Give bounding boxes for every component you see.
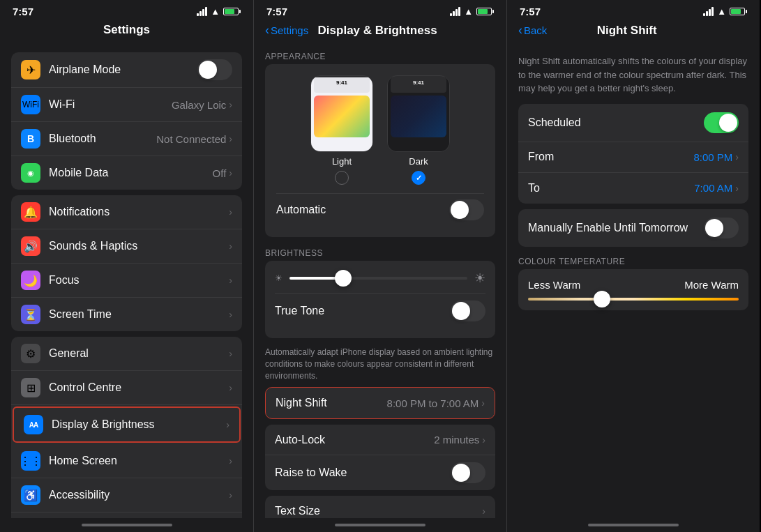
to-label: To	[528, 182, 694, 195]
raise-to-wake-toggle[interactable]	[451, 462, 485, 483]
auto-lock-row[interactable]: Auto-Lock 2 minutes ›	[265, 425, 495, 455]
colour-temp-track[interactable]	[528, 298, 739, 301]
true-tone-row[interactable]: True Tone	[275, 293, 485, 328]
control-centre-chevron: ›	[229, 382, 232, 393]
manually-enable-label: Manually Enable Until Tomorrow	[528, 222, 704, 234]
settings-row-airplane[interactable]: ✈ Airplane Mode	[11, 52, 242, 88]
signal-icon	[197, 8, 207, 16]
screen-time-label: Screen Time	[49, 308, 229, 321]
text-size-chevron: ›	[482, 506, 485, 517]
page-title-2: Display & Brightness	[308, 24, 446, 38]
status-bar-1: 7:57 ▲	[0, 0, 253, 20]
text-size-label: Text Size	[275, 505, 482, 517]
display-label: Display & Brightness	[52, 418, 226, 431]
display-brightness-panel: 7:57 ▲ ‹ Settings Display & Brightness A…	[253, 0, 506, 532]
status-bar-2: 7:57 ▲	[254, 0, 506, 20]
brightness-slider-row: ☀ ☀	[275, 271, 485, 286]
nightshift-value: 8:00 PM to 7:00 AM	[387, 397, 479, 409]
from-row[interactable]: From 8:00 PM ›	[518, 142, 748, 173]
settings-row-mobile-data[interactable]: ◉ Mobile Data Off ›	[11, 156, 242, 190]
status-time-3: 7:57	[520, 6, 541, 17]
back-label-2: Settings	[271, 24, 308, 36]
nightshift-group: Night Shift 8:00 PM to 7:00 AM ›	[265, 387, 495, 419]
to-row[interactable]: To 7:00 AM ›	[518, 173, 748, 204]
dark-label: Dark	[409, 156, 428, 167]
settings-row-bluetooth[interactable]: B Bluetooth Not Connected ›	[11, 122, 242, 156]
appearance-light-option[interactable]: 9:41 Light	[310, 75, 373, 185]
settings-row-sounds[interactable]: 🔊 Sounds & Haptics ›	[11, 229, 242, 264]
nav-bar-2: ‹ Settings Display & Brightness	[254, 20, 506, 43]
settings-row-focus[interactable]: 🌙 Focus ›	[11, 264, 242, 298]
settings-row-display[interactable]: AA Display & Brightness ›	[13, 406, 241, 443]
manually-enable-row[interactable]: Manually Enable Until Tomorrow	[518, 209, 748, 247]
text-size-row[interactable]: Text Size ›	[265, 496, 495, 518]
light-radio[interactable]	[335, 171, 349, 185]
display-icon: AA	[24, 415, 43, 434]
settings-row-notifications[interactable]: 🔔 Notifications ›	[11, 195, 242, 229]
settings-row-wallpaper[interactable]: ❄ Wallpaper ›	[11, 512, 242, 518]
settings-row-control-centre[interactable]: ⊞ Control Centre ›	[11, 371, 242, 405]
dark-time: 9:41	[413, 79, 424, 86]
settings-row-accessibility[interactable]: ♿ Accessibility ›	[11, 478, 242, 512]
back-chevron-2: ‹	[265, 23, 269, 38]
battery-icon-2	[476, 8, 494, 15]
nav-bar-3: ‹ Back Night Shift	[507, 20, 760, 43]
general-chevron: ›	[229, 348, 232, 359]
manually-enable-toggle[interactable]	[704, 218, 739, 238]
airplane-toggle[interactable]	[197, 59, 232, 80]
back-button-3[interactable]: ‹ Back	[518, 23, 547, 38]
settings-row-home-screen[interactable]: ⋮⋮ Home Screen ›	[11, 444, 242, 478]
automatic-row[interactable]: Automatic	[276, 193, 484, 226]
appearance-dark-option[interactable]: 9:41 Dark	[387, 75, 450, 185]
dark-radio[interactable]	[412, 171, 425, 185]
settings-group-system: 🔔 Notifications › 🔊 Sounds & Haptics › 🌙…	[11, 195, 242, 331]
general-icon: ⚙	[21, 344, 40, 363]
scheduled-row[interactable]: Scheduled	[518, 104, 748, 142]
to-chevron: ›	[735, 183, 739, 194]
status-icons-2: ▲	[450, 6, 494, 17]
true-tone-toggle[interactable]	[451, 301, 485, 321]
settings-panel: 7:57 ▲ Settings ✈	[0, 0, 253, 532]
control-centre-label: Control Centre	[49, 381, 229, 394]
settings-group-device: ⚙ General › ⊞ Control Centre › AA Displa…	[11, 337, 242, 518]
focus-chevron: ›	[229, 275, 232, 286]
nightshift-label: Night Shift	[276, 397, 387, 409]
settings-row-general[interactable]: ⚙ General ›	[11, 337, 242, 371]
signal-icon-2	[450, 8, 460, 16]
light-preview: 9:41	[310, 75, 373, 152]
wifi-row-icon: WiFi	[21, 95, 40, 114]
brightness-track[interactable]	[289, 277, 467, 280]
home-screen-chevron: ›	[229, 455, 232, 466]
scheduled-toggle[interactable]	[704, 112, 739, 133]
settings-row-wifi[interactable]: WiFi Wi-Fi Galaxy Loic ›	[11, 88, 242, 122]
appearance-section-label: APPEARANCE	[254, 46, 506, 64]
to-value: 7:00 AM	[694, 182, 732, 194]
raise-to-wake-row[interactable]: Raise to Wake	[265, 455, 495, 490]
appearance-group: 9:41 Light 9:41	[265, 64, 495, 237]
colour-temp-group: Less Warm More Warm	[518, 269, 748, 310]
auto-lock-chevron: ›	[482, 434, 485, 446]
back-button-2[interactable]: ‹ Settings	[265, 23, 308, 38]
airplane-label: Airplane Mode	[49, 63, 197, 76]
text-group: Text Size › Bold Text	[265, 496, 495, 518]
status-time-2: 7:57	[266, 6, 287, 17]
automatic-toggle[interactable]	[449, 199, 484, 220]
settings-list: ✈ Airplane Mode WiFi Wi-Fi Galaxy Loic ›…	[0, 43, 253, 518]
bluetooth-label: Bluetooth	[49, 132, 156, 145]
night-shift-content: Night Shift automatically shifts the col…	[507, 43, 760, 518]
notifications-chevron: ›	[229, 206, 232, 218]
display-settings-content: APPEARANCE 9:41 Light	[254, 43, 506, 518]
brightness-section-label: BRIGHTNESS	[254, 243, 506, 261]
wifi-icon: ▲	[211, 6, 220, 17]
signal-icon-3	[703, 8, 714, 16]
battery-icon	[223, 8, 241, 15]
status-bar-3: 7:57 ▲	[507, 0, 760, 20]
bluetooth-chevron: ›	[229, 133, 232, 144]
brightness-group: ☀ ☀ True Tone	[265, 261, 495, 338]
nightshift-row[interactable]: Night Shift 8:00 PM to 7:00 AM ›	[266, 388, 495, 418]
colour-temp-thumb[interactable]	[594, 291, 610, 307]
settings-group-network: ✈ Airplane Mode WiFi Wi-Fi Galaxy Loic ›…	[11, 52, 242, 190]
colour-temp-labels: Less Warm More Warm	[528, 279, 739, 291]
settings-row-screen-time[interactable]: ⏳ Screen Time ›	[11, 298, 242, 331]
screen-time-icon: ⏳	[21, 305, 40, 324]
